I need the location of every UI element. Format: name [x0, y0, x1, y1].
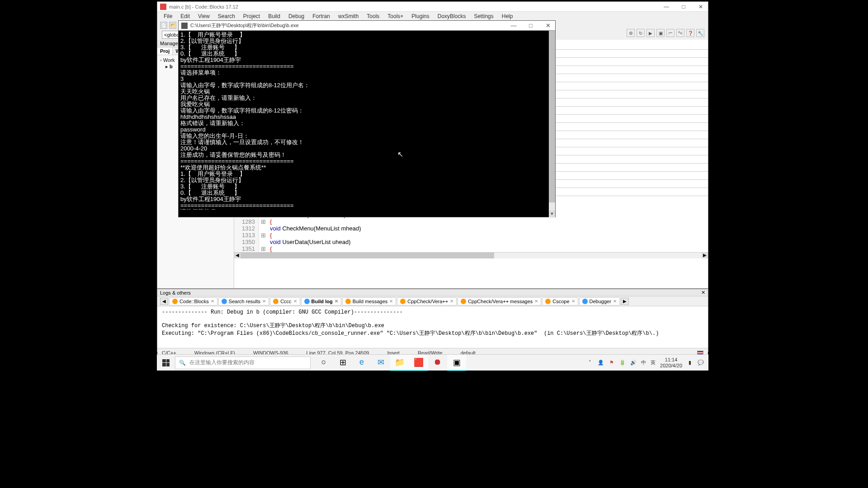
taskbar-search-input[interactable]: 🔍 在这里输入你要搜索的内容 [175, 357, 311, 369]
console-minimize-button[interactable]: — [509, 22, 518, 29]
menu-fortran[interactable]: Fortran [309, 12, 334, 20]
scroll-left-icon[interactable]: ◀ [234, 253, 241, 258]
log-tab-cppcheck-vera-messages[interactable]: CppCheck/Vera++ messages✕ [458, 297, 541, 305]
log-tab-debugger[interactable]: Debugger✕ [579, 297, 620, 305]
tab-label: Build log [311, 299, 333, 304]
ime-indicator-en[interactable]: 英 [651, 359, 656, 366]
log-tab-build-log[interactable]: Build log✕ [301, 297, 341, 305]
task-view-icon[interactable]: ⊞ [333, 355, 352, 371]
menu-view[interactable]: View [194, 12, 213, 20]
search-icon: 🔍 [179, 360, 186, 366]
tab-close-icon[interactable]: ✕ [534, 299, 538, 304]
tool-icon[interactable]: ▶ [646, 29, 655, 37]
tray-security-icon[interactable]: ⚑ [609, 360, 615, 366]
tray-bars-icon[interactable]: ▮ [687, 360, 693, 366]
tray-chevron-up-icon[interactable]: ˄ [587, 360, 593, 366]
tab-close-icon[interactable]: ✕ [335, 299, 338, 304]
tool-icon[interactable]: ⚙ [627, 29, 635, 37]
logs-close-icon[interactable]: ✕ [701, 290, 705, 296]
menu-plugins[interactable]: Plugins [408, 12, 433, 20]
tab-label: CppCheck/Vera++ [407, 299, 448, 304]
start-button[interactable] [157, 355, 175, 371]
menu-tools+[interactable]: Tools+ [384, 12, 407, 20]
tool-icon[interactable]: *< [676, 29, 684, 37]
log-tab-cppcheck-vera-[interactable]: CppCheck/Vera++✕ [397, 297, 457, 305]
menu-wxsmith[interactable]: wxSmith [335, 12, 362, 20]
close-button[interactable]: ✕ [696, 4, 705, 10]
menu-edit[interactable]: Edit [177, 12, 193, 20]
menu-file[interactable]: File [160, 12, 176, 20]
tab-close-icon[interactable]: ✕ [571, 299, 575, 304]
minimize-button[interactable]: — [662, 4, 671, 10]
log-tab-search-results[interactable]: Search results✕ [218, 297, 269, 305]
tray-volume-icon[interactable]: 🔊 [630, 360, 637, 366]
fold-icon[interactable]: ⊞ [259, 245, 267, 252]
cortana-icon[interactable]: ○ [314, 355, 333, 371]
menu-search[interactable]: Search [214, 12, 239, 20]
log-tab-build-messages[interactable]: Build messages✕ [342, 297, 396, 305]
mail-icon[interactable]: ✉ [371, 355, 390, 371]
code-line[interactable]: 1351⊞{ [234, 245, 708, 252]
menu-project[interactable]: Project [240, 12, 264, 20]
ide-title-bar[interactable]: main.c [b] - Code::Blocks 17.12 — □ ✕ [157, 2, 708, 12]
code-line[interactable]: 1283⊞{ [234, 218, 708, 225]
console-scroll-thumb[interactable] [549, 31, 555, 202]
tab-close-icon[interactable]: ✕ [389, 299, 393, 304]
logs-panel: Logs & others ✕ ◀ Code::Blocks✕Search re… [157, 288, 708, 348]
tab-close-icon[interactable]: ✕ [211, 299, 214, 304]
open-icon[interactable]: 📂 [169, 22, 176, 29]
tab-close-icon[interactable]: ✕ [293, 299, 297, 304]
tab-label: Cscope [552, 299, 569, 304]
recorder-icon[interactable]: ⏺ [428, 355, 447, 371]
tab-close-icon[interactable]: ✕ [262, 299, 266, 304]
projects-tab[interactable]: Proj [157, 47, 173, 55]
log-tab-code-blocks[interactable]: Code::Blocks✕ [169, 297, 217, 305]
console-task-icon[interactable]: ▣ [447, 355, 466, 371]
console-close-button[interactable]: ✕ [543, 22, 552, 29]
code-line[interactable]: 1350void UserData(UserList uhead) [234, 239, 708, 245]
file-explorer-icon[interactable]: 📁 [390, 355, 409, 371]
tray-people-icon[interactable]: 👤 [598, 360, 604, 366]
codeblocks-task-icon[interactable]: 🟥 [409, 355, 428, 371]
ime-indicator-cn[interactable]: 中 [641, 359, 646, 366]
fold-icon[interactable]: ⊞ [259, 232, 267, 239]
console-scroll-down-icon[interactable]: ▼ [549, 211, 555, 217]
notifications-icon[interactable]: 💬 [698, 360, 704, 366]
menu-build[interactable]: Build [264, 12, 284, 20]
console-maximize-button[interactable]: □ [526, 22, 535, 29]
build-log-body[interactable]: -------------- Run: Debug in b (compiler… [157, 306, 708, 348]
tab-close-icon[interactable]: ✕ [450, 299, 453, 304]
tabs-scroll-left-icon[interactable]: ◀ [160, 298, 168, 305]
scroll-right-icon[interactable]: ▶ [702, 253, 708, 258]
code-line[interactable]: 1312void CheckMenu(MenuList mhead) [234, 225, 708, 232]
fold-icon[interactable]: ⊞ [259, 218, 267, 225]
tool-icon[interactable]: ↻ [637, 29, 645, 37]
logs-title: Logs & others [160, 290, 191, 296]
line-number: 1312 [234, 225, 259, 232]
code-line[interactable]: 1313⊞{ [234, 232, 708, 239]
console-vscrollbar[interactable] [549, 31, 555, 218]
tray-battery-icon[interactable]: 🔋 [619, 360, 626, 366]
maximize-button[interactable]: □ [679, 4, 688, 10]
edge-icon[interactable]: e [352, 355, 371, 371]
menu-doxyblocks[interactable]: DoxyBlocks [434, 12, 470, 20]
menu-settings[interactable]: Settings [470, 12, 497, 20]
wrench-icon[interactable]: 🔧 [696, 29, 704, 37]
tool-icon[interactable]: ▣ [656, 29, 665, 37]
tool-comment-icon[interactable]: /** [666, 29, 675, 37]
tool-icon[interactable]: ❓ [686, 29, 694, 37]
log-tab-cccc[interactable]: Cccc✕ [270, 297, 300, 305]
tab-dot-icon [400, 299, 406, 304]
menu-debug[interactable]: Debug [285, 12, 308, 20]
console-output[interactable]: 1.【 用户账号登录 】 2.【以管理员身份运行】 3.【 注册账号 】 0.【… [179, 31, 555, 210]
menu-help[interactable]: Help [498, 12, 517, 20]
menu-tools[interactable]: Tools [363, 12, 383, 20]
taskbar-clock[interactable]: 11:14 2020/4/20 [660, 357, 682, 369]
tabs-scroll-right-icon[interactable]: ▶ [621, 298, 629, 305]
log-tab-cscope[interactable]: Cscope✕ [542, 297, 578, 305]
scrollbar-thumb[interactable] [241, 253, 494, 258]
console-title-bar[interactable]: C:\Users\王静宇\Desktop\程序\b\bin\Debug\b.ex… [179, 21, 555, 31]
editor-hscrollbar[interactable]: ◀ ▶ [234, 252, 708, 258]
new-file-icon[interactable]: 📄 [160, 22, 167, 29]
tab-close-icon[interactable]: ✕ [613, 299, 617, 304]
